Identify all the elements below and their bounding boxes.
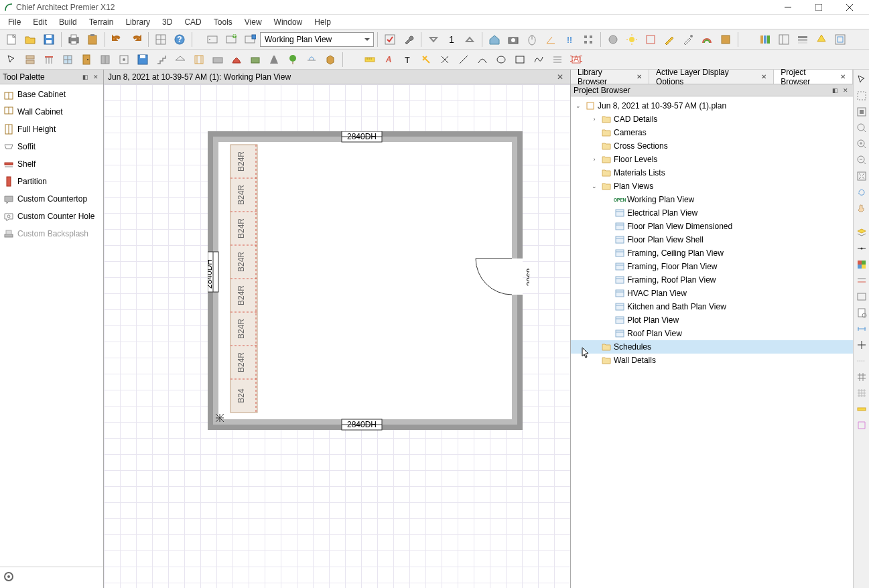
marker-icon[interactable] — [417, 51, 435, 68]
menu-edit[interactable]: Edit — [27, 16, 53, 28]
save-dropdown-icon[interactable] — [134, 51, 151, 68]
tree-item-cross-sections[interactable]: Cross Sections — [571, 139, 853, 153]
document-tab-close-icon[interactable]: ✕ — [557, 72, 566, 82]
mouse-icon[interactable] — [523, 31, 541, 48]
tree-item-framing-floor-plan-view[interactable]: Framing, Floor Plan View — [571, 260, 853, 273]
menu-view[interactable]: View — [239, 16, 268, 28]
side-line-weight-icon[interactable] — [854, 289, 869, 304]
cabinet-icon[interactable] — [96, 51, 114, 68]
side-arc-center-icon[interactable] — [854, 241, 869, 256]
palette-item-partition[interactable]: Partition — [0, 173, 103, 190]
electrical-icon[interactable] — [115, 51, 133, 68]
plan-view-new-icon[interactable]: + — [222, 31, 240, 48]
side-color-icon[interactable] — [854, 257, 869, 272]
tree-item-wall-details[interactable]: Wall Details — [571, 354, 853, 367]
sprinkler-icon[interactable] — [303, 51, 320, 68]
tree-item-working-plan-view[interactable]: OPENWorking Plan View — [571, 193, 853, 206]
camera-icon[interactable] — [505, 31, 522, 48]
tree-item-framing-roof-plan-view[interactable]: Framing, Roof Plan View — [571, 273, 853, 287]
side-ref-floor-icon[interactable] — [854, 273, 869, 288]
rainbow-icon[interactable] — [698, 31, 716, 48]
angle-icon[interactable] — [542, 31, 559, 48]
tree-item-plot-plan-view[interactable]: Plot Plan View — [571, 313, 853, 327]
palette-item-full-height[interactable]: Full Height — [0, 121, 103, 138]
snap-icon[interactable]: !! — [561, 31, 578, 48]
palette-item-soffit[interactable]: Soffit — [0, 138, 103, 155]
window-tool-icon[interactable] — [59, 51, 76, 68]
project-browser-icon[interactable] — [775, 31, 793, 48]
menu-tools[interactable]: Tools — [208, 16, 239, 28]
tree-item-kitchen-and-bath-plan-view[interactable]: Kitchen and Bath Plan View — [571, 300, 853, 313]
tree-item-schedules[interactable]: Schedules — [571, 340, 853, 354]
tree-item-cameras[interactable]: Cameras — [571, 126, 853, 139]
paste-icon[interactable] — [84, 31, 101, 48]
side-select-icon[interactable] — [854, 72, 869, 87]
toggle-texture-icon[interactable] — [717, 31, 734, 48]
side-crosshair-icon[interactable] — [854, 338, 869, 352]
side-zoom-in-icon[interactable] — [854, 137, 869, 151]
tab-close-icon[interactable]: ✕ — [637, 73, 642, 80]
select-icon[interactable] — [3, 51, 20, 68]
palette-item-shelf[interactable]: Shelf — [0, 155, 103, 173]
adjust-material-icon[interactable] — [604, 31, 622, 48]
floor-plan-drawing[interactable]: 2840DH 2840DH 2840DH 3068 B24RB24RB24RB2… — [208, 131, 529, 439]
stair-icon[interactable] — [153, 51, 170, 68]
palette-item-wall-cabinet[interactable]: Wall Cabinet — [0, 103, 103, 121]
wrench-icon[interactable] — [400, 31, 417, 48]
plant-icon[interactable] — [284, 51, 302, 68]
floor-down-icon[interactable] — [425, 31, 442, 48]
cad-detail-icon[interactable]: CAD — [567, 51, 585, 68]
material-eyedropper-icon[interactable] — [679, 31, 697, 48]
tree-item-materials-lists[interactable]: Materials Lists — [571, 166, 853, 179]
print-icon[interactable] — [65, 31, 82, 48]
side-layers-icon[interactable] — [854, 225, 869, 240]
door-tool-icon[interactable] — [78, 51, 95, 68]
library-browser-icon[interactable] — [756, 31, 774, 48]
new-file-icon[interactable] — [3, 31, 20, 48]
tree-item-floor-levels[interactable]: ›Floor Levels — [571, 153, 853, 166]
project-browser-tree[interactable]: ⌄Jun 8, 2021 at 10-39-57 AM (1).plan›CAD… — [571, 96, 853, 588]
view-dropdown[interactable]: Working Plan View — [260, 32, 374, 47]
tab-close-icon[interactable]: ✕ — [840, 73, 846, 80]
layout-icon[interactable] — [152, 31, 170, 48]
dormer-icon[interactable] — [228, 51, 245, 68]
side-zoom-icon[interactable] — [854, 121, 869, 135]
framing-icon[interactable] — [190, 51, 208, 68]
reference-display-icon[interactable] — [831, 31, 849, 48]
road-icon[interactable] — [265, 51, 283, 68]
menu-help[interactable]: Help — [308, 16, 337, 28]
point-icon[interactable] — [436, 51, 454, 68]
right-tab-library-browser[interactable]: Library Browser✕ — [571, 70, 649, 84]
palette-item-custom-countertop[interactable]: Custom Countertop — [0, 190, 103, 208]
side-dotted-icon[interactable] — [854, 354, 869, 368]
menu-library[interactable]: Library — [119, 16, 156, 28]
line-icon[interactable] — [455, 51, 472, 68]
panel-pin-icon[interactable]: ◧ — [830, 86, 840, 95]
box-icon[interactable] — [322, 51, 339, 68]
right-tab-active-layer-display-options[interactable]: Active Layer Display Options✕ — [649, 70, 774, 84]
side-pan-icon[interactable] — [854, 201, 869, 216]
undo-icon[interactable] — [109, 31, 126, 48]
menu-window[interactable]: Window — [268, 16, 309, 28]
side-zoom-window-icon[interactable] — [854, 88, 869, 103]
chevron-right-icon[interactable]: › — [590, 156, 599, 163]
check-icon[interactable] — [381, 31, 399, 48]
delete-surface-icon[interactable] — [642, 31, 659, 48]
tree-item-plan-views[interactable]: ⌄Plan Views — [571, 179, 853, 193]
tab-close-icon[interactable]: ✕ — [761, 73, 766, 80]
aldo-icon[interactable] — [813, 31, 830, 48]
menu-cad[interactable]: CAD — [178, 16, 207, 28]
palette-item-custom-counter-hole[interactable]: Custom Counter Hole — [0, 208, 103, 225]
palette-item-base-cabinet[interactable]: Base Cabinet — [0, 86, 103, 103]
canvas[interactable]: 2840DH 2840DH 2840DH 3068 B24RB24RB24RB2… — [104, 84, 570, 588]
panel-pin-icon[interactable]: ◧ — [80, 72, 90, 82]
menu-3d[interactable]: 3D — [156, 16, 178, 28]
floor-up-icon[interactable] — [461, 31, 478, 48]
material-painter-icon[interactable] — [661, 31, 678, 48]
side-print-preview-icon[interactable] — [854, 305, 869, 320]
tree-item-floor-plan-view-shell[interactable]: Floor Plan View Shell — [571, 233, 853, 246]
redo-icon[interactable] — [127, 31, 145, 48]
chevron-right-icon[interactable]: › — [590, 116, 599, 123]
menu-build[interactable]: Build — [53, 16, 83, 28]
menu-terrain[interactable]: Terrain — [83, 16, 120, 28]
